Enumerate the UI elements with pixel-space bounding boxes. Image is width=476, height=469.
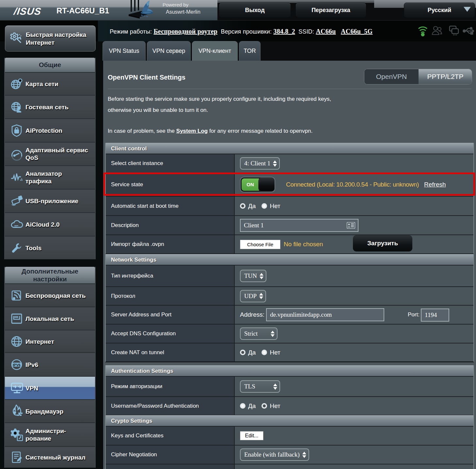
svg-text:IPV6: IPV6 (13, 363, 21, 367)
